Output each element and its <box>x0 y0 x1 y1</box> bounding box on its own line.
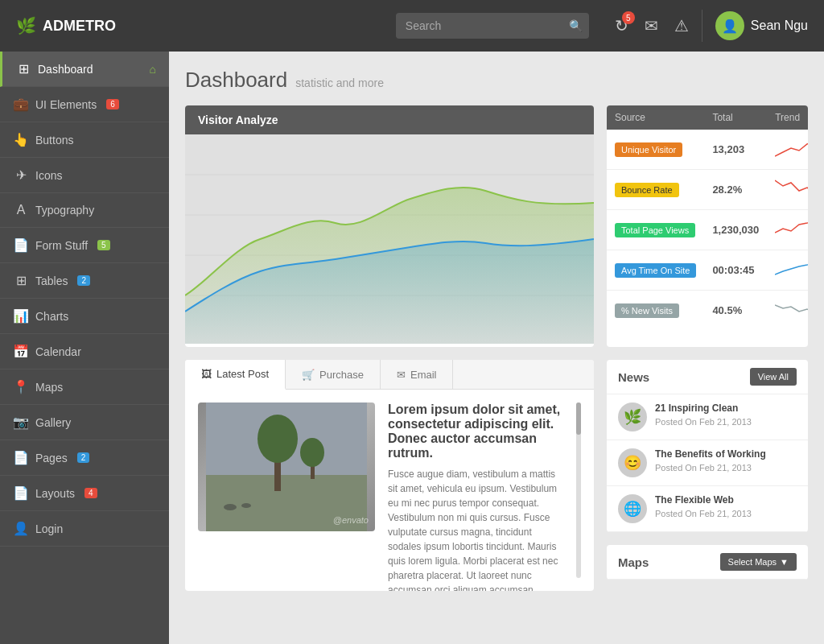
stats-row-pageviews: Total Page Views 1,230,030 <box>607 210 808 250</box>
sidebar-item-login[interactable]: 👤 Login <box>0 511 169 547</box>
news-item-title-2: The Benefits of Working <box>655 448 766 460</box>
news-item-1: 🌿 21 Inspiring Clean Posted On Feb 21, 2… <box>607 394 808 440</box>
search-icon[interactable]: 🔍 <box>569 19 583 32</box>
tab-email[interactable]: ✉ Email <box>381 360 454 389</box>
label-bounce-rate: Bounce Rate <box>615 183 679 197</box>
tab-latest-post[interactable]: 🖼 Latest Post <box>185 360 286 390</box>
sidebar-label-gallery: Gallery <box>35 416 71 429</box>
svg-point-9 <box>258 415 298 463</box>
stats-row-unique: Unique Visitor 13,203 <box>607 130 808 170</box>
sidebar-item-pages[interactable]: 📄 Pages 2 <box>0 440 169 476</box>
search-input[interactable] <box>396 13 589 39</box>
select-maps-label: Select Maps <box>728 557 777 567</box>
chart-icon: 📊 <box>13 308 29 324</box>
sidebar-label-charts: Charts <box>35 310 68 323</box>
sidebar-item-form-stuff[interactable]: 📄 Form Stuff 5 <box>0 228 169 263</box>
tab-purchase[interactable]: 🛒 Purchase <box>286 360 381 389</box>
top-navigation: 🌿 ADMETRO 🔍 ↻ 5 ✉ ⚠ 👤 Sean Ngu <box>0 0 824 52</box>
sidebar-label-tables: Tables <box>35 275 68 287</box>
briefcase-icon: 💼 <box>13 97 29 112</box>
news-card: News View All 🌿 21 Inspiring Clean Poste… <box>607 360 808 532</box>
scroll-thumb <box>576 402 581 435</box>
sidebar-item-ui-elements[interactable]: 💼 UI Elements 6 <box>0 87 169 122</box>
view-all-button[interactable]: View All <box>750 368 797 386</box>
pointer-icon: 👆 <box>13 132 29 147</box>
sidebar-item-maps[interactable]: 📍 Maps <box>0 369 169 405</box>
brand-logo[interactable]: 🌿 ADMETRO <box>16 16 145 35</box>
news-header: News View All <box>607 360 808 394</box>
tab-bar: 🖼 Latest Post 🛒 Purchase ✉ Email <box>185 360 594 390</box>
stats-header-trend: Trend <box>767 105 808 130</box>
trend-sparkline-3 <box>775 257 808 281</box>
sidebar-item-gallery[interactable]: 📷 Gallery <box>0 405 169 440</box>
layouts-badge: 4 <box>84 488 97 498</box>
news-item-2: 😊 The Benefits of Working Posted On Feb … <box>607 440 808 486</box>
sidebar-item-typography[interactable]: A Typography <box>0 193 169 228</box>
sidebar-item-calendar[interactable]: 📅 Calendar <box>0 334 169 369</box>
post-image: @envato <box>198 402 375 531</box>
news-text-3: The Flexible Web Posted On Feb 21, 2013 <box>655 494 752 520</box>
chevron-down-icon: ▼ <box>780 557 789 567</box>
search-box: 🔍 <box>396 13 589 39</box>
avatar: 👤 <box>715 11 744 40</box>
calendar-icon: 📅 <box>13 344 29 359</box>
label-new-visits: % New Visits <box>615 303 679 318</box>
alert-button[interactable]: ⚠ <box>674 16 689 35</box>
sidebar-item-charts[interactable]: 📊 Charts <box>0 299 169 334</box>
svg-point-13 <box>241 503 251 508</box>
tab-label-purchase: Purchase <box>319 369 364 381</box>
refresh-button[interactable]: ↻ 5 <box>615 16 628 35</box>
scroll-indicator[interactable] <box>576 402 581 578</box>
news-avatar-3: 🌐 <box>618 494 647 523</box>
sidebar-item-icons[interactable]: ✈ Icons <box>0 158 169 193</box>
trend-sparkline-4 <box>775 297 808 321</box>
sidebar-label-ui-elements: UI Elements <box>35 98 97 111</box>
news-item-title-3: The Flexible Web <box>655 494 752 506</box>
mail-button[interactable]: ✉ <box>645 16 658 35</box>
stats-row-newvisits: % New Visits 40.5% <box>607 291 808 331</box>
image-watermark: @envato <box>333 515 369 525</box>
news-avatar-1: 🌿 <box>618 402 647 431</box>
sidebar-label-maps: Maps <box>35 381 63 394</box>
visitor-title: Visitor Analyze <box>198 114 278 126</box>
nav-icons: ↻ 5 ✉ ⚠ <box>615 16 689 35</box>
camera-icon: 📷 <box>13 415 29 430</box>
sidebar-item-buttons[interactable]: 👆 Buttons <box>0 122 169 158</box>
layouts-icon: 📄 <box>13 485 29 501</box>
nav-divider <box>702 10 702 42</box>
sidebar-item-tables[interactable]: ⊞ Tables 2 <box>0 263 169 299</box>
font-icon: A <box>13 203 29 217</box>
visitor-card-header: Visitor Analyze <box>185 105 594 134</box>
total-pageviews: 1,230,030 <box>704 210 767 250</box>
refresh-badge: 5 <box>622 11 635 24</box>
pages-icon: 📄 <box>13 450 29 465</box>
page-title: Dashboard <box>185 68 287 93</box>
select-maps-button[interactable]: Select Maps ▼ <box>720 553 797 571</box>
main-content: Dashboard statistic and more Visitor Ana… <box>169 52 824 644</box>
total-newvisits: 40.5% <box>704 291 767 331</box>
news-text-1: 21 Inspiring Clean Posted On Feb 21, 201… <box>655 402 752 428</box>
tab-content-area: @envato Lorem ipsum dolor sit amet, cons… <box>185 390 594 591</box>
label-unique-visitor: Unique Visitor <box>615 142 682 157</box>
user-icon: 👤 <box>13 521 29 536</box>
stats-header-total: Total <box>704 105 767 130</box>
user-menu[interactable]: 👤 Sean Ngu <box>715 11 808 40</box>
trend-sparkline-0 <box>775 136 808 160</box>
form-stuff-badge: 5 <box>97 240 110 250</box>
email-icon: ✉ <box>397 369 406 381</box>
sidebar-label-login: Login <box>35 522 63 535</box>
label-avg-time: Avg Time On Site <box>615 263 696 278</box>
news-avatar-icon-1: 🌿 <box>624 408 641 426</box>
label-page-views: Total Page Views <box>615 223 695 237</box>
news-item-3: 🌐 The Flexible Web Posted On Feb 21, 201… <box>607 486 808 532</box>
purchase-icon: 🛒 <box>302 369 315 381</box>
form-icon: 📄 <box>13 237 29 253</box>
news-avatar-2: 😊 <box>618 448 647 477</box>
map-pin-icon: 📍 <box>13 379 29 394</box>
stats-table: Source Total Trend Unique Visitor 13,203 <box>607 105 808 330</box>
page-subtitle: statistic and more <box>295 76 384 89</box>
news-item-title-1: 21 Inspiring Clean <box>655 402 752 414</box>
sidebar-item-layouts[interactable]: 📄 Layouts 4 <box>0 476 169 511</box>
page-header: Dashboard statistic and more <box>185 68 808 93</box>
sidebar-item-dashboard[interactable]: ⊞ Dashboard ⌂ <box>0 52 169 87</box>
